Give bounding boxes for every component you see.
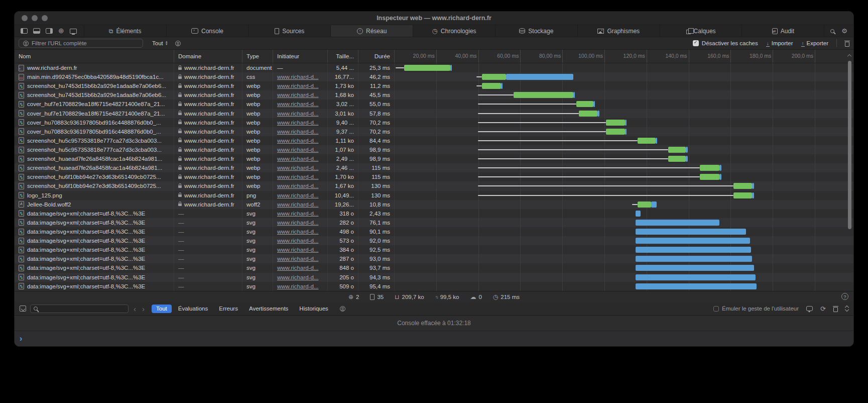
column-header-taille[interactable]: Taille... — [328, 50, 358, 63]
reload-icon[interactable]: ⟳ — [820, 306, 826, 312]
next-result-button[interactable]: › — [141, 305, 146, 313]
tab-sources[interactable]: Sources — [248, 25, 330, 37]
export-button[interactable]: ↑Exporter — [801, 40, 828, 47]
table-row[interactable]: screenshot_hu6f10bb94e27e3d63b651409cb07… — [15, 181, 853, 190]
table-row[interactable]: data:image/svg+xml;charset=utf-8,%3C...%… — [15, 282, 853, 291]
scrollbar-thumb[interactable] — [848, 61, 851, 229]
resource-initiator[interactable]: www.richard-d... — [277, 156, 318, 162]
column-header-duree[interactable]: Durée — [358, 50, 395, 63]
console-filter-erreurs[interactable]: Erreurs — [214, 305, 242, 313]
disable-caches-checkbox[interactable]: Désactiver les caches — [693, 40, 758, 46]
device-settings-icon[interactable] — [70, 29, 77, 34]
tab-stockage[interactable]: Stockage — [495, 25, 577, 37]
table-row[interactable]: screenshot_hu5c957353818e777ca27d3c3cba0… — [15, 145, 853, 154]
resource-initiator[interactable]: www.richard-d... — [277, 120, 318, 126]
tab-console[interactable]: Console — [166, 25, 249, 37]
resource-initiator[interactable]: www.richard-d... — [277, 101, 318, 107]
table-row[interactable]: cover_huf7e1708829ea18f6715e48271400e87a… — [15, 99, 853, 109]
table-row[interactable]: Jellee-Bold.woff2www.richard-dern.frwoff… — [15, 200, 853, 209]
console-filter-options-icon[interactable] — [340, 306, 345, 312]
table-row[interactable]: screenshot_hu7453d15b6b2a929e1adaa8e7a06… — [15, 81, 853, 90]
resource-initiator[interactable]: www.richard-d... — [277, 283, 318, 289]
table-row[interactable]: data:image/svg+xml;charset=utf-8,%3C...%… — [15, 227, 853, 236]
table-row[interactable]: cover_hu70883c936197805bd916c4488876d0b0… — [15, 118, 853, 127]
console-prompt[interactable]: › — [15, 331, 853, 346]
clear-network-icon[interactable] — [845, 42, 849, 47]
table-row[interactable]: screenshot_huaead7fe26a8458fcac1a46b824a… — [15, 163, 853, 172]
table-row[interactable]: data:image/svg+xml;charset=utf-8,%3C...%… — [15, 218, 853, 227]
url-filter-input[interactable]: Filtrer l'URL complète — [19, 39, 143, 48]
resource-initiator[interactable]: www.richard-d... — [277, 256, 318, 262]
zoom-window-button[interactable] — [42, 15, 48, 21]
tab-audit[interactable]: Audit — [741, 25, 824, 37]
emulate-user-gesture-checkbox[interactable]: Émuler le geste de l'utilisateur — [713, 306, 799, 312]
console-filter-évaluations[interactable]: Évaluations — [174, 305, 212, 313]
inspect-element-icon[interactable]: ⊕ — [58, 28, 64, 34]
search-icon[interactable] — [830, 29, 834, 33]
table-row[interactable]: data:image/svg+xml;charset=utf-8,%3C...%… — [15, 263, 853, 272]
dock-bottom-icon[interactable] — [33, 28, 40, 34]
help-button[interactable]: ? — [841, 293, 848, 300]
resource-initiator[interactable]: www.richard-d... — [277, 265, 318, 271]
tab-réseau[interactable]: Réseau — [330, 25, 413, 37]
console-search-input[interactable] — [30, 305, 129, 313]
resource-initiator[interactable]: www.richard-d... — [277, 147, 318, 153]
resource-initiator[interactable]: www.richard-d... — [277, 238, 318, 244]
console-scope-icon[interactable] — [20, 306, 26, 312]
resource-initiator[interactable]: www.richard-d... — [277, 111, 318, 117]
clear-console-icon[interactable] — [833, 307, 838, 312]
column-header-nom[interactable]: Nom — [15, 50, 174, 63]
column-header-domaine[interactable]: Domaine — [174, 50, 242, 63]
tab-éléments[interactable]: ⧉Éléments — [84, 25, 166, 37]
resource-initiator[interactable]: www.richard-d... — [277, 201, 318, 208]
resource-initiator[interactable]: www.richard-d... — [277, 220, 318, 226]
import-button[interactable]: ↓Importer — [766, 40, 793, 47]
table-row[interactable]: logo_125.pngwww.richard-dern.frpngwww.ri… — [15, 191, 853, 200]
table-row[interactable]: data:image/svg+xml;charset=utf-8,%3C...%… — [15, 273, 853, 282]
resource-initiator[interactable]: www.richard-d... — [277, 138, 318, 144]
resource-initiator[interactable]: www.richard-d... — [277, 211, 318, 217]
table-row[interactable]: data:image/svg+xml;charset=utf-8,%3C...%… — [15, 254, 853, 263]
table-row[interactable]: cover_huf7e1708829ea18f6715e48271400e87a… — [15, 109, 853, 118]
collapse-console-icon[interactable] — [845, 306, 848, 311]
vertical-scrollbar[interactable] — [847, 51, 852, 290]
table-row[interactable]: data:image/svg+xml;charset=utf-8,%3C...%… — [15, 236, 853, 245]
filter-options-icon[interactable] — [175, 41, 181, 46]
table-row[interactable]: main.min.d9924575ec0bba420589a48d5190fbc… — [15, 72, 853, 81]
dock-left-icon[interactable] — [21, 28, 28, 34]
column-header-initiateur[interactable]: Initiateur — [273, 50, 328, 63]
resource-initiator[interactable]: www.richard-d... — [277, 83, 318, 89]
resource-initiator[interactable]: www.richard-d... — [277, 92, 318, 98]
column-header-type[interactable]: Type — [242, 50, 273, 63]
resource-initiator[interactable]: www.richard-d... — [277, 129, 318, 135]
minimize-window-button[interactable] — [32, 15, 38, 21]
resource-initiator[interactable]: www.richard-d... — [277, 183, 318, 189]
resource-initiator[interactable]: www.richard-d... — [277, 192, 318, 198]
scroll-up-icon[interactable] — [847, 54, 851, 58]
resource-initiator[interactable]: www.richard-d... — [277, 74, 318, 80]
table-row[interactable]: screenshot_huaead7fe26a8458fcac1a46b824a… — [15, 154, 853, 163]
table-row[interactable]: cover_hu70883c936197805bd916c4488876d0b0… — [15, 127, 853, 136]
resource-initiator[interactable]: www.richard-d... — [277, 274, 318, 280]
table-row[interactable]: data:image/svg+xml;charset=utf-8,%3C...%… — [15, 245, 853, 254]
console-filter-tout[interactable]: Tout — [152, 305, 172, 313]
resource-type-select[interactable]: Tout ▲▼ — [152, 40, 168, 46]
table-row[interactable]: www.richard-dern.frwww.richard-dern.frdo… — [15, 63, 853, 72]
table-row[interactable]: screenshot_hu7453d15b6b2a929e1adaa8e7a06… — [15, 90, 853, 99]
tab-chronologies[interactable]: ◷Chronologies — [413, 25, 495, 37]
resource-initiator[interactable]: www.richard-d... — [277, 174, 318, 180]
tab-calques[interactable]: Calques — [660, 25, 742, 37]
resource-initiator[interactable]: www.richard-d... — [277, 165, 318, 171]
previous-result-button[interactable]: ‹ — [133, 305, 137, 313]
gear-icon[interactable]: ⚙ — [841, 28, 847, 34]
dock-right-icon[interactable] — [46, 28, 53, 34]
table-row[interactable]: screenshot_hu6f10bb94e27e3d63b651409cb07… — [15, 172, 853, 181]
table-row[interactable]: data:image/svg+xml;charset=utf-8,%3C...%… — [15, 209, 853, 218]
table-row[interactable]: screenshot_hu5c957353818e777ca27d3c3cba0… — [15, 136, 853, 145]
tab-graphismes[interactable]: Graphismes — [577, 25, 660, 37]
console-filter-avertissements[interactable]: Avertissements — [244, 305, 293, 313]
resource-initiator[interactable]: www.richard-d... — [277, 247, 318, 253]
console-filter-historiques[interactable]: Historiques — [295, 305, 333, 313]
resource-initiator[interactable]: www.richard-d... — [277, 229, 318, 235]
console-messages-icon[interactable] — [806, 306, 813, 311]
